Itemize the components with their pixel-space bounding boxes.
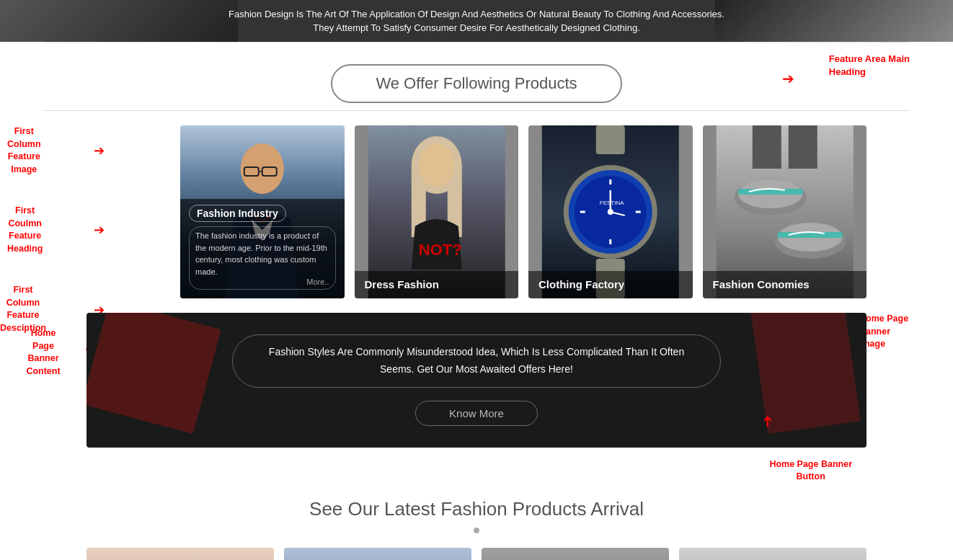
card-title-4: Fashion Conomies <box>713 278 810 290</box>
home-page-banner: Fashion Styles Are Commonly Misunderstoo… <box>87 313 866 448</box>
feature-heading-title: We Offer Following Products <box>376 74 577 92</box>
dot-1[interactable] <box>474 528 479 533</box>
arrow-col-heading: ➔ <box>94 222 105 238</box>
know-more-button[interactable]: Know More <box>420 403 533 424</box>
card-overlay-4: Fashion Conomies <box>703 271 867 298</box>
product-card-2[interactable] <box>284 548 471 560</box>
latest-title: See Our Latest Fashion Products Arrival <box>0 498 953 520</box>
svg-rect-36 <box>777 232 842 238</box>
arrow-banner-button: ➔ <box>758 414 776 427</box>
arrow-col-image: ➔ <box>94 143 105 159</box>
product-card-4[interactable] <box>679 548 866 560</box>
latest-dots <box>0 528 953 533</box>
annotation-col-image: FirstColumnFeatureImage <box>7 125 41 176</box>
feature-heading-oval: We Offer Following Products <box>331 64 621 103</box>
annotation-feature-heading: Feature Area Main Heading <box>829 53 910 79</box>
banner-text: Fashion Styles Are Commonly Misunderstoo… <box>269 344 684 378</box>
product-card-1[interactable] <box>87 548 274 560</box>
card-desc-1: The fashion industry is a product of the… <box>195 230 329 277</box>
card-title-2: Dress Fashion <box>365 278 439 290</box>
card-desc-oval-1: The fashion industry is a product of the… <box>189 226 336 290</box>
annotation-banner-button: Home Page BannerButton <box>769 458 852 484</box>
svg-rect-30 <box>788 125 817 169</box>
card-title-1: Fashion Industry <box>197 208 278 219</box>
card-overlay-2: Dress Fashion <box>355 271 519 298</box>
svg-text:FESTINA: FESTINA <box>600 200 624 206</box>
banner-shape-left <box>87 313 221 434</box>
card-title-3: Clothing Factory <box>538 278 624 290</box>
svg-rect-33 <box>737 189 802 195</box>
feature-card-dress-fashion[interactable]: NOT? Dress Fashion <box>355 125 519 298</box>
feature-heading-area: We Offer Following Products ➔ Feature Ar… <box>0 43 953 110</box>
banner-text-container: Fashion Styles Are Commonly Misunderstoo… <box>232 334 721 388</box>
svg-rect-15 <box>596 125 625 154</box>
top-banner-text: Fashion Design Is The Art Of The Applica… <box>224 7 729 35</box>
card-more-1[interactable]: More.. <box>306 277 329 286</box>
product-card-3[interactable] <box>482 548 669 560</box>
annotation-banner-image: Home PageBannerImage <box>859 313 953 351</box>
svg-point-25 <box>608 209 613 215</box>
top-banner-bg-right <box>715 0 953 42</box>
svg-rect-29 <box>752 125 781 169</box>
card-overlay-1: Fashion Industry The fashion industry is… <box>180 199 345 298</box>
arrow-to-heading: ➔ <box>782 70 794 87</box>
top-banner-bg-left <box>0 0 238 42</box>
feature-card-fashion-industry[interactable]: Fashion Industry The fashion industry is… <box>180 125 345 298</box>
annotation-col-heading: FirstCoulmnFeatureHeading <box>7 205 43 255</box>
products-bottom-row <box>0 541 953 560</box>
annotation-banner-content: HomePageBannerContent <box>0 327 87 378</box>
top-banner: Fashion Design Is The Art Of The Applica… <box>0 0 953 42</box>
feature-card-fashion-conomies[interactable]: Fashion Conomies <box>703 125 867 298</box>
feature-section-wrapper: FirstColumnFeatureImage ➔ FirstCoulmnFea… <box>0 111 953 313</box>
svg-point-12 <box>418 143 454 187</box>
card-title-oval-1: Fashion Industry <box>189 205 286 222</box>
banner-outer-wrapper: HomePageBannerContent ➔ Home PageBannerI… <box>0 313 953 448</box>
feature-cards-row: Fashion Industry The fashion industry is… <box>180 111 866 313</box>
feature-card-clothing-factory[interactable]: FESTINA Clothing Factory <box>528 125 693 298</box>
banner-btn-container[interactable]: Know More <box>415 401 538 426</box>
svg-text:NOT?: NOT? <box>418 241 461 259</box>
card-overlay-3: Clothing Factory <box>528 271 693 298</box>
left-annotations: FirstColumnFeatureImage ➔ FirstCoulmnFea… <box>0 111 180 313</box>
